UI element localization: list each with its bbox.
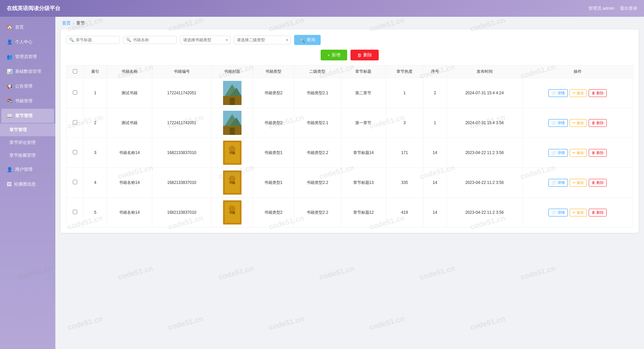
query-label: 查询	[307, 37, 315, 43]
add-button[interactable]: + 新增	[321, 50, 347, 60]
chapter-title-filter: 🔍	[66, 36, 120, 44]
action-row: + 新增 🗑 删除	[66, 50, 633, 60]
sidebar-item-personal[interactable]: 👤 个人中心	[1, 35, 54, 49]
cell-index: 2	[84, 108, 107, 138]
book-mgmt-icon: 📚	[7, 98, 12, 104]
cell-seq: 14	[423, 198, 447, 228]
edit-button-3[interactable]: ✏ 修改	[570, 179, 587, 187]
sidebar-item-basic-data[interactable]: 📊 基础数据管理	[1, 64, 54, 79]
table-body: 1测试书籍1722411742051 书籍类型2书籍类型2.1第二章节12202…	[66, 78, 633, 228]
cell-book-no: 1722411742051	[152, 78, 212, 108]
detail-button-2[interactable]: 📄 详情	[548, 149, 568, 157]
edit-button-2[interactable]: ✏ 修改	[570, 149, 587, 157]
cell-chapter-title: 第一章节	[341, 108, 386, 138]
row-checkbox-1[interactable]	[73, 120, 77, 124]
cell-heat: 3	[386, 108, 423, 138]
logout-link[interactable]: 退出登录	[620, 5, 637, 11]
cell-level2-type: 书籍类型2.1	[294, 78, 341, 108]
delete-button-4[interactable]: 🗑 删除	[589, 209, 607, 216]
sidebar-item-book-mgmt[interactable]: 📚 书籍管理	[1, 94, 54, 108]
edit-button-1[interactable]: ✏ 修改	[570, 119, 587, 127]
detail-button-3[interactable]: 📄 详情	[548, 179, 568, 187]
cell-chapter-title: 章节标题14	[341, 138, 386, 168]
table-row: 4书籍名称141682133837010 书籍 书籍类型1书籍类型2.2章节标题…	[66, 168, 633, 198]
book-name-input[interactable]	[133, 38, 174, 42]
level2-type-select[interactable]: 请选择二级类型 书籍类型2.1 书籍类型2.2	[234, 36, 291, 44]
cell-cover: 书籍	[212, 198, 253, 228]
cell-book-no: 1682133837010	[152, 198, 212, 228]
table-header: 索引 书籍名称 书籍编号 书籍封面 书籍类型 二级类型 章节标题 章节热度 序号…	[66, 65, 633, 78]
sidebar-sub-item-chapter-list[interactable]: 章节管理	[0, 123, 55, 136]
sidebar-item-home[interactable]: 🏠 首页	[1, 20, 54, 34]
top-bar-right: 管理员 admin 退出登录	[588, 5, 637, 11]
level2-type-select-wrap: 请选择二级类型 书籍类型2.1 书籍类型2.2	[234, 36, 291, 44]
admin-mgmt-icon: 👥	[7, 54, 12, 59]
sidebar-item-label-home: 首页	[15, 24, 24, 30]
sidebar-item-chapter-mgmt[interactable]: 📖 章节管理	[1, 109, 54, 123]
data-table: 索引 书籍名称 书籍编号 书籍封面 书籍类型 二级类型 章节标题 章节热度 序号…	[66, 65, 633, 228]
detail-button-0[interactable]: 📄 详情	[548, 89, 568, 97]
breadcrumb: 首页 › 章节	[55, 17, 644, 30]
book-type-select[interactable]: 请选择书籍类型 书籍类型1 书籍类型2	[180, 36, 230, 44]
sidebar-item-label-personal: 个人中心	[15, 39, 33, 45]
book-type-select-wrap: 请选择书籍类型 书籍类型1 书籍类型2	[180, 36, 230, 44]
cell-operations: 📄 详情 ✏ 修改 🗑 删除	[522, 168, 633, 198]
delete-button-2[interactable]: 🗑 删除	[589, 149, 607, 157]
row-checkbox-4[interactable]	[73, 210, 77, 214]
cell-publish-time: 2024-07-31 15:4 4:24	[447, 78, 523, 108]
delete-icon: 🗑	[357, 53, 362, 58]
chapter-title-input[interactable]	[76, 38, 117, 42]
select-all-checkbox[interactable]	[73, 69, 77, 73]
cell-cover	[212, 108, 253, 138]
sidebar-sub-item-chapter-collect[interactable]: 章节收藏管理	[0, 149, 55, 162]
cell-chapter-title: 第二章节	[341, 78, 386, 108]
query-icon: 🔍	[300, 38, 305, 43]
user-mgmt-icon: 👤	[7, 167, 12, 172]
th-level2-type: 二级类型	[294, 65, 341, 78]
th-book-name: 书籍名称	[107, 65, 152, 78]
sidebar-sub-label-chapter-list: 章节管理	[9, 127, 27, 133]
edit-button-4[interactable]: ✏ 修改	[570, 209, 587, 216]
svg-rect-4	[230, 98, 235, 105]
cell-level2-type: 书籍类型2.2	[294, 168, 341, 198]
app-title: 在线英语阅读分级平台	[7, 5, 60, 12]
sidebar-item-user-mgmt[interactable]: 👤 用户管理	[1, 162, 54, 177]
edit-button-0[interactable]: ✏ 修改	[570, 89, 587, 97]
th-heat: 章节热度	[386, 65, 423, 78]
cell-seq: 14	[423, 168, 447, 198]
row-checkbox-3[interactable]	[73, 180, 77, 184]
table-row: 5书籍名称141682133837010 书籍 书籍类型2书籍类型2.2章节标题…	[66, 198, 633, 228]
sidebar-item-admin-mgmt[interactable]: 👥 管理员管理	[1, 50, 54, 64]
query-button[interactable]: 🔍 查询	[294, 35, 321, 45]
delete-button-3[interactable]: 🗑 删除	[589, 179, 607, 187]
top-bar: 在线英语阅读分级平台 管理员 admin 退出登录	[0, 0, 644, 17]
batch-delete-button[interactable]: 🗑 删除	[351, 50, 379, 60]
cell-book-type: 书籍类型2	[253, 108, 294, 138]
th-chapter-title: 章节标题	[341, 65, 386, 78]
row-checkbox-2[interactable]	[73, 150, 77, 154]
table-row: 2测试书籍1722411742051 书籍类型2书籍类型2.1第一章节31202…	[66, 108, 633, 138]
cell-level2-type: 书籍类型2.1	[294, 108, 341, 138]
breadcrumb-home[interactable]: 首页	[62, 20, 71, 26]
cell-seq: 14	[423, 138, 447, 168]
cell-book-no: 1722411742051	[152, 108, 212, 138]
detail-button-1[interactable]: 📄 详情	[548, 119, 568, 127]
row-checkbox-0[interactable]	[73, 90, 77, 95]
sidebar-item-ad-mgmt[interactable]: 📢 公告管理	[1, 79, 54, 93]
delete-button-0[interactable]: 🗑 删除	[589, 89, 607, 97]
cell-operations: 📄 详情 ✏ 修改 🗑 删除	[522, 138, 633, 168]
cell-level2-type: 书籍类型2.2	[294, 138, 341, 168]
sidebar-item-carousel[interactable]: 🖼 轮播图信息	[1, 177, 54, 191]
sidebar-item-label-carousel: 轮播图信息	[14, 181, 36, 187]
sidebar-sub-item-chapter-comment[interactable]: 章节评论管理	[0, 136, 55, 149]
basic-data-icon: 📊	[7, 69, 12, 74]
th-checkbox	[66, 65, 84, 78]
cell-heat: 1	[386, 78, 423, 108]
personal-icon: 👤	[7, 39, 12, 45]
cell-operations: 📄 详情 ✏ 修改 🗑 删除	[522, 78, 633, 108]
detail-button-4[interactable]: 📄 详情	[548, 209, 568, 216]
sidebar-item-label-admin: 管理员管理	[15, 54, 37, 60]
cell-publish-time: 2023-04-22 11:2 3:56	[447, 168, 523, 198]
delete-button-1[interactable]: 🗑 删除	[589, 119, 607, 127]
th-seq: 序号	[423, 65, 447, 78]
